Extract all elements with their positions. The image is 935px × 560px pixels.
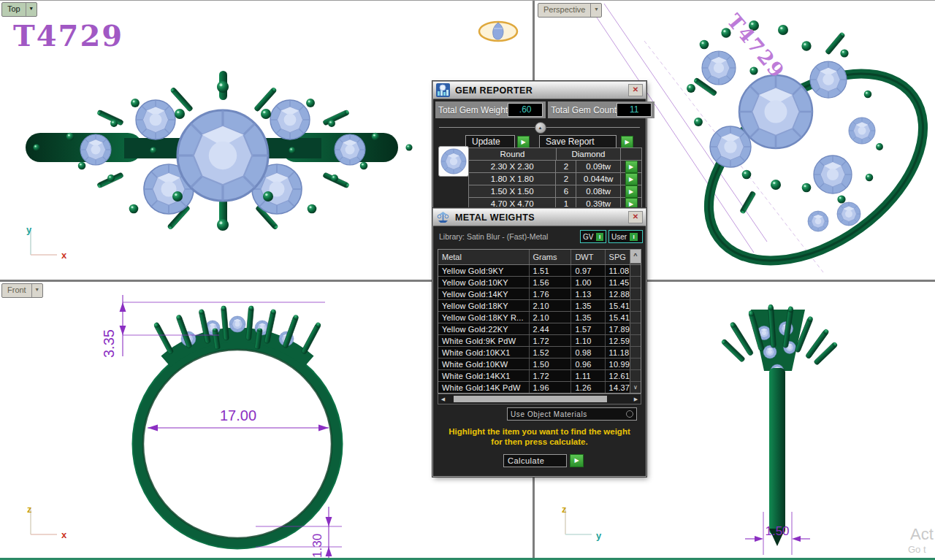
gem-weight: 0.09tw xyxy=(576,161,620,172)
metal-spg: 14.37 xyxy=(605,382,630,393)
axis-h-label: y xyxy=(596,530,602,541)
axis-h-label: x xyxy=(61,529,67,540)
close-icon[interactable]: ✕ xyxy=(628,84,643,96)
metal-spg: 12.61 xyxy=(605,370,630,381)
metal-row[interactable]: Yellow Gold:10KY 1.56 1.00 11.45 xyxy=(438,277,641,288)
vertical-scrollbar-track[interactable] xyxy=(630,347,641,358)
gem-table-row[interactable]: 1.50 X 1.50 6 0.08tw ▶ xyxy=(469,185,641,197)
use-object-materials-button[interactable]: Use Object Materials xyxy=(507,407,637,421)
gem-reporter-titlebar[interactable]: GEM REPORTER ✕ xyxy=(433,82,646,99)
metal-table-header: Metal Grams DWT SPG ^ xyxy=(438,250,641,265)
vertical-scrollbar-track[interactable] xyxy=(630,300,641,311)
gem-row-go-icon[interactable]: ▶ xyxy=(625,185,638,198)
viewport-tab-top[interactable]: Top ▼ xyxy=(1,2,37,17)
metal-row[interactable]: Yellow Gold:9KY 1.51 0.97 11.08 xyxy=(438,265,641,277)
metal-row[interactable]: Yellow Gold:14KY 1.76 1.13 12.88 xyxy=(438,288,641,300)
metal-grams: 1.50 xyxy=(529,358,571,369)
metal-row[interactable]: White Gold:10KW 1.50 0.96 10.99 xyxy=(438,358,641,370)
gem-type-header: Diamond xyxy=(556,148,620,160)
update-go-icon[interactable]: ▶ xyxy=(517,136,530,148)
scroll-down-icon: ∨ xyxy=(633,383,638,393)
metal-dwt: 1.35 xyxy=(570,300,604,311)
viewport-tab-front[interactable]: Front ▼ xyxy=(1,283,43,298)
vertical-scrollbar-track[interactable] xyxy=(630,312,641,323)
metal-name: Yellow Gold:14KY xyxy=(438,288,529,299)
instruction-text: Highlight the item you want to find the … xyxy=(433,426,646,447)
vertical-scrollbar-track[interactable] xyxy=(630,323,641,334)
vertical-scrollbar-track[interactable] xyxy=(630,277,641,288)
metal-dwt: 0.98 xyxy=(570,347,604,358)
collapse-slider-knob[interactable]: ▲ xyxy=(535,122,546,134)
close-icon[interactable]: ✕ xyxy=(628,211,643,223)
metal-spg: 10.99 xyxy=(605,358,630,369)
windows-watermark-line1: Act xyxy=(910,525,934,544)
metal-name: White Gold:14KX1 xyxy=(438,370,529,381)
vertical-scrollbar-track[interactable] xyxy=(630,358,641,369)
metal-row[interactable]: Yellow Gold:18KY 2.10 1.35 15.41 xyxy=(438,300,641,312)
vertical-scrollbar-track[interactable] xyxy=(630,288,641,299)
axis-v-label: z xyxy=(27,504,32,515)
viewport-tab-perspective[interactable]: Perspective ▼ xyxy=(538,3,602,18)
metal-spg: 15.41 xyxy=(605,300,630,311)
metal-spg: 11.18 xyxy=(605,347,630,358)
gem-size: 2.30 X 2.30 xyxy=(469,161,555,172)
metal-grams: 1.72 xyxy=(529,370,571,381)
metal-name: Yellow Gold:18KY xyxy=(438,300,529,311)
metal-grams: 2.10 xyxy=(529,300,571,311)
chevron-down-icon[interactable]: ▼ xyxy=(26,3,37,16)
metal-table: Metal Grams DWT SPG ^ Yellow Gold:9KY 1.… xyxy=(438,249,641,394)
vertical-scrollbar[interactable]: ^ xyxy=(630,250,641,264)
gv-toggle-icon[interactable]: I xyxy=(596,233,603,241)
save-report-go-icon[interactable]: ▶ xyxy=(621,136,633,148)
matrix-cad-window: y x T4729 Top ▼ xyxy=(0,0,935,560)
gem-thumbnail[interactable] xyxy=(438,146,469,177)
metal-grams: 2.10 xyxy=(529,312,571,323)
metal-row[interactable]: White Gold:14K PdW 1.96 1.26 14.37 ∨ xyxy=(438,382,641,393)
total-gem-count-value: 11 xyxy=(617,103,652,117)
metal-grams: 1.56 xyxy=(529,277,571,288)
metal-row[interactable]: White Gold:10KX1 1.52 0.98 11.18 xyxy=(438,347,641,358)
chevron-down-icon[interactable]: ▼ xyxy=(31,284,42,297)
gem-row-go-icon[interactable]: ▶ xyxy=(625,173,638,185)
axis-h-label: x xyxy=(61,250,67,261)
gem-row-go-icon[interactable]: ▶ xyxy=(625,161,638,173)
calculate-button[interactable]: Calculate xyxy=(503,454,567,467)
model-id-text: T4729 xyxy=(13,18,123,53)
gem-shape-header: Round xyxy=(469,148,556,160)
metal-name: White Gold:14K PdW xyxy=(438,382,529,393)
chevron-down-icon[interactable]: ▼ xyxy=(590,4,601,17)
horizontal-scrollbar[interactable]: ◀ ▶ xyxy=(438,394,641,404)
gem-totals-row: Total Gem Weight .60 Total Gem Count 11 xyxy=(435,101,644,118)
user-button[interactable]: User I xyxy=(608,230,643,243)
vertical-scrollbar[interactable]: ∨ xyxy=(630,382,641,393)
user-toggle-icon[interactable]: I xyxy=(630,233,638,241)
metal-row[interactable]: Yellow Gold:22KY 2.44 1.57 17.89 xyxy=(438,323,641,335)
metal-spg: 12.88 xyxy=(605,288,630,299)
metal-row[interactable]: White Gold:9K PdW 1.72 1.10 12.59 xyxy=(438,335,641,347)
metal-row[interactable]: Yellow Gold:18KY R... 2.10 1.35 15.41 xyxy=(438,312,641,323)
radio-icon[interactable] xyxy=(626,410,633,418)
vertical-scrollbar-track[interactable] xyxy=(630,370,641,381)
gem-count: 6 xyxy=(555,185,576,197)
gem-reporter-panel: GEM REPORTER ✕ Total Gem Weight .60 Tota… xyxy=(432,81,646,209)
scroll-up-icon: ^ xyxy=(630,250,641,264)
gem-count: 2 xyxy=(555,161,576,172)
col-grams: Grams xyxy=(529,250,571,264)
metal-row[interactable]: White Gold:14KX1 1.72 1.11 12.61 xyxy=(438,370,641,382)
gem-table-row[interactable]: 1.80 X 1.80 2 0.044tw ▶ xyxy=(469,172,641,185)
calculate-go-icon[interactable]: ▶ xyxy=(570,454,584,467)
horizontal-scrollbar-thumb[interactable] xyxy=(454,396,607,402)
metal-spg: 11.08 xyxy=(605,265,630,276)
vertical-scrollbar-track[interactable] xyxy=(630,335,641,346)
axis-indicator-front: z x xyxy=(27,504,67,540)
axis-v-label: z xyxy=(562,504,567,515)
total-gem-weight-label: Total Gem Weight xyxy=(438,105,508,115)
metal-name: White Gold:9K PdW xyxy=(438,335,529,346)
col-spg: SPG xyxy=(605,250,630,264)
metal-dwt: 1.57 xyxy=(570,323,604,334)
vertical-scrollbar-track[interactable] xyxy=(630,265,641,276)
gem-table-row[interactable]: 2.30 X 2.30 2 0.09tw ▶ xyxy=(469,160,641,172)
gv-button[interactable]: GV I xyxy=(580,230,606,243)
metal-weights-titlebar[interactable]: METAL WEIGHTS ✕ xyxy=(433,209,646,226)
gem-weight: 0.08tw xyxy=(576,185,620,197)
